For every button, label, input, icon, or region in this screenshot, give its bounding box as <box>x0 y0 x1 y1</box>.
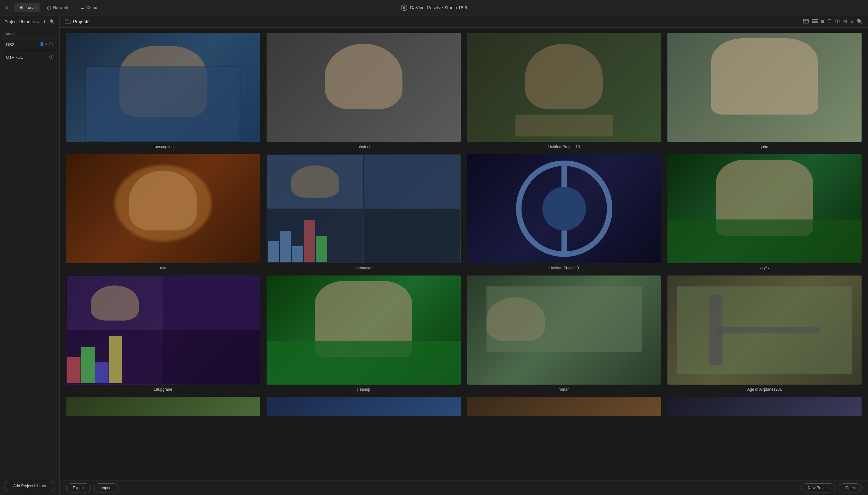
nav-tab-network[interactable]: ⬡ Network <box>42 3 73 12</box>
search-toolbar-icon[interactable]: 🔍 <box>857 19 863 24</box>
sidebar-item-db2-icons: 👤≡ ⓘ <box>39 41 53 47</box>
project-card-dehancer[interactable]: dehancer <box>267 154 461 270</box>
project-card-raw[interactable]: raw <box>66 154 260 270</box>
sidebar-item-db2-left: DB2 <box>6 42 14 47</box>
project-card-keyfix[interactable]: keyfix <box>667 154 862 270</box>
project-card-john[interactable]: john <box>667 33 862 149</box>
open-button[interactable]: Open <box>839 483 862 492</box>
download-icon[interactable]: ⬇ <box>43 19 46 24</box>
projects-panel-title: Projects <box>73 19 89 24</box>
grid-view-icon[interactable]: ⊞ <box>843 19 847 24</box>
sidebar-item-m1pro1[interactable]: M1PRO1 ⓘ <box>2 51 57 63</box>
project-name-johntest: johntest <box>357 144 370 149</box>
new-folder-icon[interactable] <box>803 18 809 25</box>
projects-toolbar: Projects <box>59 15 868 28</box>
sort-icon[interactable]: ↓≡ <box>35 19 39 24</box>
project-card-row4a[interactable] <box>66 397 260 419</box>
project-name-dehancer: dehancer <box>355 266 372 270</box>
svg-point-10 <box>542 187 586 231</box>
nav-tab-local[interactable]: 🖥 Local <box>15 3 40 12</box>
project-name-untitled10: Untitled Project 10 <box>548 144 580 149</box>
project-card-18upgrade[interactable]: 18upgrade <box>66 275 260 392</box>
resolve-logo-thumb <box>467 154 661 263</box>
local-icon: 🖥 <box>19 5 23 10</box>
project-thumbnail-row4b <box>267 397 461 416</box>
m1pro1-info-icon[interactable]: ⓘ <box>49 54 53 60</box>
project-name-18upgrade: 18upgrade <box>154 387 172 392</box>
svg-rect-7 <box>812 21 818 21</box>
project-card-row4c[interactable] <box>467 397 661 419</box>
top-bar: × 🖥 Local ⬡ Network ☁ Cloud DaVinci Reso… <box>0 0 868 15</box>
project-card-roman[interactable]: roman <box>467 275 661 392</box>
new-project-button[interactable]: New Project <box>801 483 835 492</box>
project-thumbnail-untitled10 <box>467 33 661 142</box>
project-card-untitled10[interactable]: Untitled Project 10 <box>467 33 661 149</box>
project-thumbnail-john <box>667 33 862 142</box>
bottom-bar: Export Import New Project Open <box>59 480 868 495</box>
project-name-keyfix: keyfix <box>760 266 769 270</box>
nav-tab-local-label: Local <box>25 5 35 10</box>
project-thumbnail-airplanes <box>667 275 862 385</box>
project-name-untitled9: Untitled Project 9 <box>549 266 579 270</box>
project-card-row4b[interactable] <box>267 397 461 419</box>
project-thumbnail-18upgrade <box>66 275 260 385</box>
project-card-untitled9[interactable]: Untitled Project 9 <box>467 154 661 270</box>
project-name-airplanes: Age of Airplanes201 <box>747 387 782 392</box>
bottom-bar-right: New Project Open <box>801 483 862 492</box>
sidebar-item-m1pro1-label: M1PRO1 <box>6 55 23 59</box>
projects-area: Projects <box>59 15 868 495</box>
sidebar-item-db2[interactable]: DB2 👤≡ ⓘ <box>2 39 57 50</box>
project-name-roman: roman <box>559 387 569 392</box>
project-card-airplanes[interactable]: Age of Airplanes201 <box>667 275 862 392</box>
search-icon[interactable]: 🔍 <box>50 19 55 24</box>
project-thumbnail-row4d <box>667 397 862 416</box>
nav-tab-cloud[interactable]: ☁ Cloud <box>75 3 102 12</box>
zoom-slider[interactable] <box>821 20 824 23</box>
project-thumbnail-johntest <box>267 33 461 142</box>
info-icon[interactable]: ⓘ <box>49 41 53 47</box>
sidebar-item-db2-label: DB2 <box>6 42 14 47</box>
svg-rect-6 <box>812 19 818 20</box>
close-button[interactable]: × <box>5 5 8 11</box>
list-view-icon[interactable] <box>812 19 818 24</box>
project-card-row4d[interactable] <box>667 397 862 419</box>
projects-grid: transcription johntest <box>66 33 862 419</box>
project-card-transcription[interactable]: transcription <box>66 33 260 149</box>
sidebar-item-m1pro1-left: M1PRO1 <box>6 55 23 59</box>
projects-toolbar-right: ⓘ ⊞ ≡ 🔍 <box>803 18 863 25</box>
detail-view-icon[interactable]: ≡ <box>851 19 853 24</box>
nav-tab-cloud-label: Cloud <box>86 5 97 10</box>
project-thumbnail-untitled9 <box>467 154 661 263</box>
projects-toolbar-left: Projects <box>65 19 89 24</box>
project-thumbnail-row4c <box>467 397 661 416</box>
davinci-logo-icon <box>401 4 407 11</box>
project-card-cleanup[interactable]: cleanup <box>267 275 461 392</box>
export-button[interactable]: Export <box>66 483 91 492</box>
sidebar-title: Project Libraries <box>4 19 35 24</box>
sidebar-header-icons: ↓≡ ⬇ 🔍 <box>35 19 55 24</box>
project-thumbnail-raw <box>66 154 260 263</box>
users-icon: 👤≡ <box>39 41 47 47</box>
project-card-johntest[interactable]: johntest <box>267 33 461 149</box>
project-thumbnail-roman <box>467 275 661 385</box>
sidebar-header: Project Libraries ↓≡ ⬇ 🔍 <box>0 15 59 28</box>
add-library-button[interactable]: Add Project Library <box>4 481 55 491</box>
import-button[interactable]: Import <box>94 483 118 492</box>
bottom-bar-left: Export Import <box>66 483 118 492</box>
network-icon: ⬡ <box>47 5 51 10</box>
cloud-icon: ☁ <box>80 5 84 10</box>
app-title-bar: DaVinci Resolve Studio 18.6 <box>401 4 467 11</box>
main-content: Project Libraries ↓≡ ⬇ 🔍 Local DB2 👤≡ ⓘ … <box>0 15 868 495</box>
info-toolbar-icon[interactable]: ⓘ <box>835 18 840 24</box>
project-thumbnail-cleanup <box>267 275 461 385</box>
nav-tab-network-label: Network <box>53 5 68 10</box>
project-thumbnail-transcription <box>66 33 260 142</box>
sidebar-section-local: Local <box>0 28 59 38</box>
project-name-transcription: transcription <box>153 144 173 149</box>
nav-tabs: 🖥 Local ⬡ Network ☁ Cloud <box>15 3 102 12</box>
sort-desc-icon[interactable] <box>828 19 832 24</box>
project-name-cleanup: cleanup <box>357 387 370 392</box>
sidebar-item-m1pro1-icons: ⓘ <box>49 54 53 60</box>
projects-grid-container[interactable]: transcription johntest <box>59 28 868 480</box>
project-thumbnail-dehancer <box>267 154 461 263</box>
